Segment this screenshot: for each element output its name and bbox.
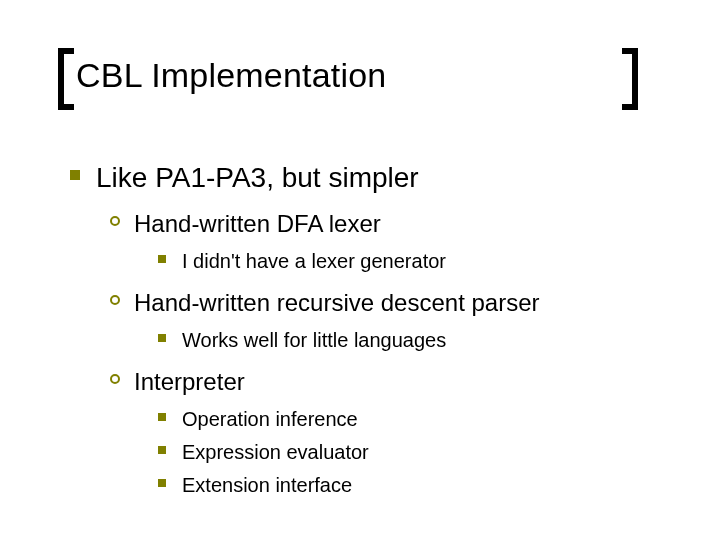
bullet-level2: Interpreter <box>110 367 670 397</box>
square-bullet-icon <box>158 255 166 263</box>
bullet-text: Interpreter <box>134 367 245 397</box>
bracket-left-icon <box>58 48 74 110</box>
bullet-text: Hand-written DFA lexer <box>134 209 381 239</box>
circle-bullet-icon <box>110 295 120 305</box>
bullet-text: Hand-written recursive descent parser <box>134 288 540 318</box>
bullet-text: Operation inference <box>182 407 358 432</box>
bullet-text: I didn't have a lexer generator <box>182 249 446 274</box>
slide: CBL Implementation Like PA1-PA3, but sim… <box>0 0 720 540</box>
slide-body: Like PA1-PA3, but simpler Hand-written D… <box>70 160 670 506</box>
square-bullet-icon <box>158 334 166 342</box>
bullet-level2: Hand-written DFA lexer <box>110 209 670 239</box>
slide-title: CBL Implementation <box>76 58 656 92</box>
bullet-level3: Operation inference <box>158 407 670 432</box>
bullet-text: Expression evaluator <box>182 440 369 465</box>
bullet-level1: Like PA1-PA3, but simpler <box>70 160 670 195</box>
square-bullet-icon <box>158 413 166 421</box>
bullet-text: Works well for little languages <box>182 328 446 353</box>
circle-bullet-icon <box>110 374 120 384</box>
square-bullet-icon <box>158 446 166 454</box>
title-area: CBL Implementation <box>58 48 638 108</box>
square-bullet-icon <box>158 479 166 487</box>
bracket-right-icon <box>622 48 638 110</box>
bullet-text: Extension interface <box>182 473 352 498</box>
bullet-text: Like PA1-PA3, but simpler <box>96 160 419 195</box>
bullet-level3: Extension interface <box>158 473 670 498</box>
bullet-level3: I didn't have a lexer generator <box>158 249 670 274</box>
square-bullet-icon <box>70 170 80 180</box>
bullet-level3: Works well for little languages <box>158 328 670 353</box>
bullet-level2: Hand-written recursive descent parser <box>110 288 670 318</box>
bullet-level3: Expression evaluator <box>158 440 670 465</box>
circle-bullet-icon <box>110 216 120 226</box>
